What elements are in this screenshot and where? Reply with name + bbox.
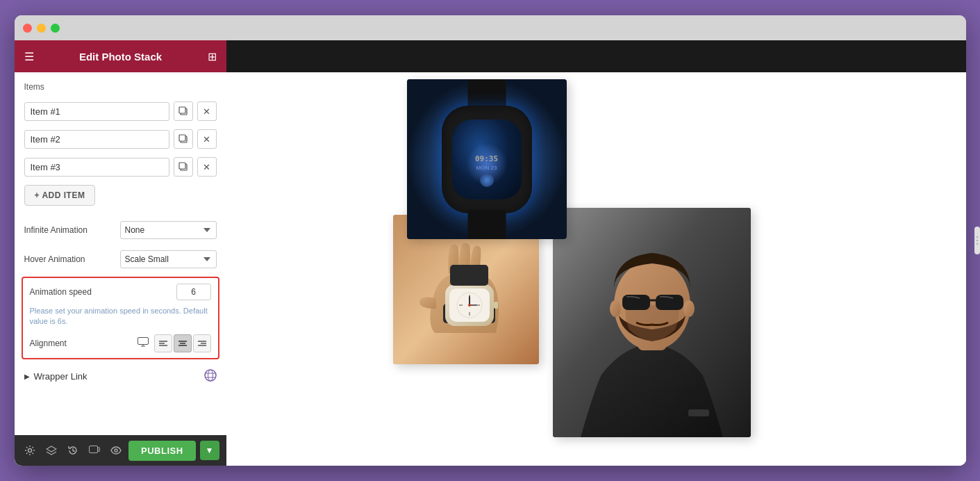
item-1-delete-button[interactable]: ✕ [197, 101, 217, 121]
top-black-bar [226, 40, 966, 72]
grid-icon[interactable]: ⊞ [208, 50, 217, 63]
window-body: ☰ Edit Photo Stack ⊞ Items [15, 40, 966, 466]
sidebar-title: Edit Photo Stack [79, 51, 162, 63]
sidebar-header: ☰ Edit Photo Stack ⊞ [15, 40, 226, 72]
traffic-lights [23, 24, 60, 33]
main-content: 09:35 MON 23 [226, 40, 966, 466]
svg-rect-1 [179, 107, 185, 113]
item-1-input[interactable] [24, 102, 169, 121]
title-bar [15, 15, 966, 40]
align-left-button[interactable] [154, 334, 172, 352]
window-chrome: ☰ Edit Photo Stack ⊞ Items [15, 15, 966, 466]
svg-rect-50 [494, 302, 498, 309]
sidebar: ☰ Edit Photo Stack ⊞ Items [15, 40, 226, 466]
item-2-delete-button[interactable]: ✕ [197, 129, 217, 149]
item-1-duplicate-button[interactable] [174, 101, 193, 121]
speed-row: Animation speed [30, 284, 211, 300]
alignment-label: Alignment [30, 339, 132, 348]
items-label: Items [15, 79, 226, 97]
svg-rect-5 [179, 163, 185, 169]
animation-speed-input[interactable] [176, 284, 211, 300]
eye-icon-button[interactable] [107, 440, 124, 461]
svg-point-20 [208, 370, 213, 381]
hover-animation-select[interactable]: None Scale Small Scale Large Rotate [120, 250, 217, 268]
alignment-row: Alignment [30, 334, 211, 352]
layers-icon-button[interactable] [42, 440, 60, 461]
wrapper-link-chevron-icon: ▶ [24, 373, 30, 380]
svg-rect-6 [138, 338, 148, 345]
align-center-button[interactable] [174, 334, 192, 352]
photo-stack: 09:35 MON 23 [365, 79, 782, 466]
monitor-icon [138, 337, 149, 349]
settings-icon-button[interactable] [22, 440, 39, 461]
photo-1-watch: 09:35 MON 23 [407, 79, 567, 239]
item-3-duplicate-button[interactable] [174, 157, 193, 177]
list-item: ✕ [15, 97, 226, 125]
svg-rect-51 [450, 265, 488, 286]
list-item: ✕ [15, 125, 226, 153]
align-right-button[interactable] [193, 334, 211, 352]
publish-arrow-button[interactable]: ▼ [200, 441, 219, 460]
minimize-button[interactable] [37, 24, 46, 33]
svg-point-49 [468, 304, 471, 307]
history-icon-button[interactable] [64, 440, 81, 461]
hover-animation-label: Hover Animation [24, 254, 115, 264]
bottom-toolbar: PUBLISH ▼ [15, 435, 226, 466]
photo-2-man [553, 208, 751, 437]
animation-speed-label: Animation speed [30, 287, 171, 297]
svg-rect-26 [89, 446, 97, 453]
infinite-animation-row: Infinite Animation None Fade Slide Bounc… [15, 215, 226, 245]
item-3-delete-button[interactable]: ✕ [197, 157, 217, 177]
add-item-button[interactable]: + ADD ITEM [24, 185, 96, 206]
svg-point-23 [28, 449, 31, 453]
wrapper-link-row[interactable]: ▶ Wrapper Link [15, 362, 226, 391]
wrapper-link-label: Wrapper Link [34, 371, 204, 382]
svg-rect-3 [179, 135, 185, 141]
item-2-input[interactable] [24, 130, 169, 149]
hamburger-icon[interactable]: ☰ [24, 50, 34, 63]
infinite-animation-select[interactable]: None Fade Slide Bounce [120, 221, 217, 239]
list-item: ✕ [15, 153, 226, 181]
animation-speed-hint: Please set your animation speed in secon… [30, 306, 211, 327]
item-2-duplicate-button[interactable] [174, 129, 193, 149]
device-icon-button[interactable] [85, 440, 103, 461]
sidebar-content: Items ✕ [15, 72, 226, 435]
maximize-button[interactable] [51, 24, 60, 33]
svg-point-19 [205, 370, 216, 381]
svg-point-36 [683, 300, 695, 317]
alignment-buttons [154, 334, 211, 352]
publish-button[interactable]: PUBLISH [128, 441, 196, 461]
svg-point-28 [115, 449, 117, 452]
svg-rect-27 [98, 448, 100, 452]
animation-speed-section: Animation speed Please set your animatio… [22, 277, 219, 359]
infinite-animation-label: Infinite Animation [24, 225, 115, 235]
wrapper-link-world-icon [204, 369, 217, 384]
close-button[interactable] [23, 24, 32, 33]
svg-point-35 [610, 300, 621, 317]
hover-animation-row: Hover Animation None Scale Small Scale L… [15, 245, 226, 274]
item-3-input[interactable] [24, 158, 169, 177]
canvas-area: 09:35 MON 23 [226, 72, 966, 466]
svg-rect-37 [688, 409, 709, 416]
